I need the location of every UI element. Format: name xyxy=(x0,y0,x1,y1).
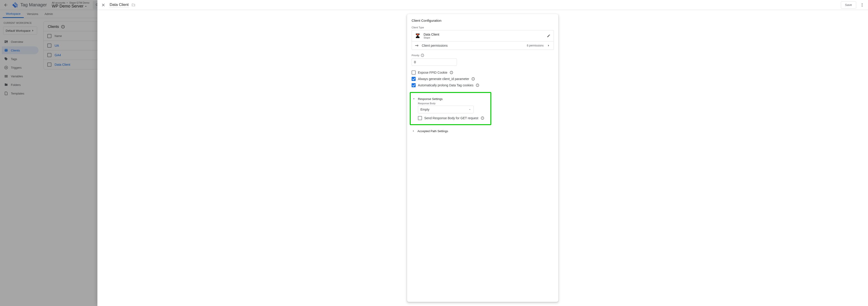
priority-label: Priority ? xyxy=(411,54,554,57)
check-label: Always generate client_id parameter xyxy=(418,77,469,81)
chevron-right-icon xyxy=(547,44,551,48)
close-button[interactable] xyxy=(99,1,107,9)
client-type-vendor: Stape xyxy=(424,36,439,39)
help-icon[interactable]: ? xyxy=(450,71,453,74)
svg-point-7 xyxy=(862,6,862,7)
client-type-name: Data Client xyxy=(424,33,439,36)
response-settings-toggle[interactable]: Response Settings xyxy=(412,95,489,102)
caret-down-icon xyxy=(468,108,471,111)
checkbox-send-get[interactable] xyxy=(418,116,422,120)
more-button[interactable] xyxy=(858,1,866,9)
chevron-down-icon xyxy=(412,97,416,101)
close-icon xyxy=(101,3,105,7)
checkbox-expose-fpid[interactable] xyxy=(411,70,416,74)
svg-text:?: ? xyxy=(473,78,474,80)
entity-name-input[interactable]: Data Client xyxy=(109,2,129,8)
section-title: Accepted Path Settings xyxy=(417,129,448,133)
help-icon[interactable]: ? xyxy=(421,54,424,57)
permissions-label: Client permissions xyxy=(422,44,447,48)
more-vert-icon xyxy=(860,3,864,7)
svg-point-5 xyxy=(862,3,862,4)
help-icon[interactable]: ? xyxy=(480,116,484,120)
response-body-label: Response Body xyxy=(418,102,489,105)
check-label: Expose FPID Cookie xyxy=(418,71,447,74)
svg-point-6 xyxy=(862,4,862,5)
section-title: Response Settings xyxy=(418,97,443,101)
checkbox-prolong-cookies[interactable] xyxy=(411,83,416,87)
config-title: Client Configuration xyxy=(411,19,554,23)
save-button[interactable]: Save xyxy=(841,1,856,9)
stape-logo-icon xyxy=(415,33,421,38)
folder-outline-icon[interactable] xyxy=(131,3,135,7)
help-icon[interactable]: ? xyxy=(471,77,475,81)
priority-input[interactable] xyxy=(411,59,457,66)
check-label: Automatically prolong Data Tag cookies xyxy=(418,84,473,87)
permissions-count: 6 permissions xyxy=(527,44,544,47)
editor-drawer: Data Client Save Client Configuration Cl… xyxy=(97,0,868,306)
accepted-path-toggle[interactable]: Accepted Path Settings xyxy=(411,127,554,134)
response-body-select[interactable]: Empty xyxy=(418,105,474,113)
client-type-selector[interactable]: Data Client Stape xyxy=(412,30,554,41)
response-body-value: Empty xyxy=(421,108,430,111)
check-label: Send Response Body for GET request xyxy=(424,116,478,120)
client-configuration-card: Client Configuration Client Type Data Cl… xyxy=(407,14,558,302)
client-type-label: Client Type xyxy=(411,26,554,29)
edit-icon[interactable] xyxy=(547,34,551,38)
help-icon[interactable]: ? xyxy=(476,84,479,87)
chevron-right-icon xyxy=(411,129,415,133)
response-settings-highlight: Response Settings Response Body Empty Se… xyxy=(410,92,491,125)
client-permissions-row[interactable]: Client permissions 6 permissions xyxy=(412,41,554,50)
key-icon xyxy=(415,44,418,48)
svg-text:?: ? xyxy=(451,72,452,74)
svg-text:?: ? xyxy=(477,84,478,86)
svg-text:?: ? xyxy=(482,117,483,119)
svg-text:?: ? xyxy=(422,54,423,56)
checkbox-generate-clientid[interactable] xyxy=(411,77,416,81)
